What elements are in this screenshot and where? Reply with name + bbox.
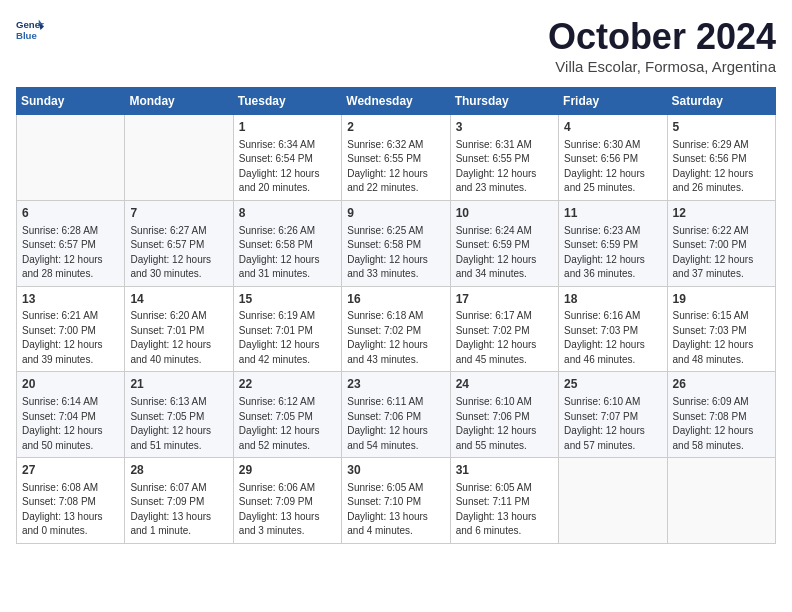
day-number: 10 xyxy=(456,205,553,222)
day-number: 4 xyxy=(564,119,661,136)
week-row-4: 27Sunrise: 6:08 AM Sunset: 7:08 PM Dayli… xyxy=(17,458,776,544)
calendar-cell: 3Sunrise: 6:31 AM Sunset: 6:55 PM Daylig… xyxy=(450,115,558,201)
day-number: 8 xyxy=(239,205,336,222)
calendar-cell: 6Sunrise: 6:28 AM Sunset: 6:57 PM Daylig… xyxy=(17,200,125,286)
day-number: 21 xyxy=(130,376,227,393)
day-info: Sunrise: 6:22 AM Sunset: 7:00 PM Dayligh… xyxy=(673,224,770,282)
calendar-cell: 30Sunrise: 6:05 AM Sunset: 7:10 PM Dayli… xyxy=(342,458,450,544)
calendar-cell: 28Sunrise: 6:07 AM Sunset: 7:09 PM Dayli… xyxy=(125,458,233,544)
logo-icon: General Blue xyxy=(16,16,44,44)
day-info: Sunrise: 6:23 AM Sunset: 6:59 PM Dayligh… xyxy=(564,224,661,282)
day-info: Sunrise: 6:25 AM Sunset: 6:58 PM Dayligh… xyxy=(347,224,444,282)
day-number: 12 xyxy=(673,205,770,222)
day-info: Sunrise: 6:21 AM Sunset: 7:00 PM Dayligh… xyxy=(22,309,119,367)
day-number: 28 xyxy=(130,462,227,479)
calendar-cell: 13Sunrise: 6:21 AM Sunset: 7:00 PM Dayli… xyxy=(17,286,125,372)
weekday-header-wednesday: Wednesday xyxy=(342,88,450,115)
day-info: Sunrise: 6:06 AM Sunset: 7:09 PM Dayligh… xyxy=(239,481,336,539)
calendar-cell xyxy=(559,458,667,544)
day-number: 13 xyxy=(22,291,119,308)
day-info: Sunrise: 6:20 AM Sunset: 7:01 PM Dayligh… xyxy=(130,309,227,367)
calendar-cell: 20Sunrise: 6:14 AM Sunset: 7:04 PM Dayli… xyxy=(17,372,125,458)
calendar-cell xyxy=(667,458,775,544)
day-info: Sunrise: 6:18 AM Sunset: 7:02 PM Dayligh… xyxy=(347,309,444,367)
calendar-cell: 1Sunrise: 6:34 AM Sunset: 6:54 PM Daylig… xyxy=(233,115,341,201)
location-title: Villa Escolar, Formosa, Argentina xyxy=(548,58,776,75)
day-info: Sunrise: 6:08 AM Sunset: 7:08 PM Dayligh… xyxy=(22,481,119,539)
calendar-cell: 29Sunrise: 6:06 AM Sunset: 7:09 PM Dayli… xyxy=(233,458,341,544)
day-number: 22 xyxy=(239,376,336,393)
calendar-cell: 14Sunrise: 6:20 AM Sunset: 7:01 PM Dayli… xyxy=(125,286,233,372)
day-number: 1 xyxy=(239,119,336,136)
day-info: Sunrise: 6:34 AM Sunset: 6:54 PM Dayligh… xyxy=(239,138,336,196)
calendar-cell: 5Sunrise: 6:29 AM Sunset: 6:56 PM Daylig… xyxy=(667,115,775,201)
week-row-2: 13Sunrise: 6:21 AM Sunset: 7:00 PM Dayli… xyxy=(17,286,776,372)
calendar-cell: 15Sunrise: 6:19 AM Sunset: 7:01 PM Dayli… xyxy=(233,286,341,372)
day-info: Sunrise: 6:05 AM Sunset: 7:11 PM Dayligh… xyxy=(456,481,553,539)
calendar-cell: 10Sunrise: 6:24 AM Sunset: 6:59 PM Dayli… xyxy=(450,200,558,286)
day-number: 17 xyxy=(456,291,553,308)
week-row-3: 20Sunrise: 6:14 AM Sunset: 7:04 PM Dayli… xyxy=(17,372,776,458)
day-info: Sunrise: 6:14 AM Sunset: 7:04 PM Dayligh… xyxy=(22,395,119,453)
day-info: Sunrise: 6:29 AM Sunset: 6:56 PM Dayligh… xyxy=(673,138,770,196)
day-info: Sunrise: 6:24 AM Sunset: 6:59 PM Dayligh… xyxy=(456,224,553,282)
day-number: 26 xyxy=(673,376,770,393)
day-number: 5 xyxy=(673,119,770,136)
day-number: 23 xyxy=(347,376,444,393)
day-number: 16 xyxy=(347,291,444,308)
day-number: 25 xyxy=(564,376,661,393)
day-number: 29 xyxy=(239,462,336,479)
day-number: 24 xyxy=(456,376,553,393)
calendar-cell xyxy=(17,115,125,201)
day-number: 18 xyxy=(564,291,661,308)
calendar-cell xyxy=(125,115,233,201)
day-number: 30 xyxy=(347,462,444,479)
calendar-cell: 22Sunrise: 6:12 AM Sunset: 7:05 PM Dayli… xyxy=(233,372,341,458)
calendar-cell: 2Sunrise: 6:32 AM Sunset: 6:55 PM Daylig… xyxy=(342,115,450,201)
weekday-header-friday: Friday xyxy=(559,88,667,115)
calendar-cell: 17Sunrise: 6:17 AM Sunset: 7:02 PM Dayli… xyxy=(450,286,558,372)
calendar-table: SundayMondayTuesdayWednesdayThursdayFrid… xyxy=(16,87,776,544)
calendar-cell: 21Sunrise: 6:13 AM Sunset: 7:05 PM Dayli… xyxy=(125,372,233,458)
calendar-cell: 9Sunrise: 6:25 AM Sunset: 6:58 PM Daylig… xyxy=(342,200,450,286)
calendar-cell: 27Sunrise: 6:08 AM Sunset: 7:08 PM Dayli… xyxy=(17,458,125,544)
svg-text:Blue: Blue xyxy=(16,30,37,41)
week-row-1: 6Sunrise: 6:28 AM Sunset: 6:57 PM Daylig… xyxy=(17,200,776,286)
calendar-cell: 12Sunrise: 6:22 AM Sunset: 7:00 PM Dayli… xyxy=(667,200,775,286)
day-info: Sunrise: 6:19 AM Sunset: 7:01 PM Dayligh… xyxy=(239,309,336,367)
day-number: 19 xyxy=(673,291,770,308)
calendar-cell: 4Sunrise: 6:30 AM Sunset: 6:56 PM Daylig… xyxy=(559,115,667,201)
day-info: Sunrise: 6:15 AM Sunset: 7:03 PM Dayligh… xyxy=(673,309,770,367)
day-info: Sunrise: 6:05 AM Sunset: 7:10 PM Dayligh… xyxy=(347,481,444,539)
calendar-cell: 24Sunrise: 6:10 AM Sunset: 7:06 PM Dayli… xyxy=(450,372,558,458)
calendar-cell: 26Sunrise: 6:09 AM Sunset: 7:08 PM Dayli… xyxy=(667,372,775,458)
day-number: 7 xyxy=(130,205,227,222)
calendar-cell: 31Sunrise: 6:05 AM Sunset: 7:11 PM Dayli… xyxy=(450,458,558,544)
day-info: Sunrise: 6:13 AM Sunset: 7:05 PM Dayligh… xyxy=(130,395,227,453)
calendar-cell: 19Sunrise: 6:15 AM Sunset: 7:03 PM Dayli… xyxy=(667,286,775,372)
day-info: Sunrise: 6:11 AM Sunset: 7:06 PM Dayligh… xyxy=(347,395,444,453)
day-info: Sunrise: 6:32 AM Sunset: 6:55 PM Dayligh… xyxy=(347,138,444,196)
day-number: 11 xyxy=(564,205,661,222)
title-area: October 2024 Villa Escolar, Formosa, Arg… xyxy=(548,16,776,75)
day-info: Sunrise: 6:12 AM Sunset: 7:05 PM Dayligh… xyxy=(239,395,336,453)
day-number: 20 xyxy=(22,376,119,393)
day-info: Sunrise: 6:10 AM Sunset: 7:06 PM Dayligh… xyxy=(456,395,553,453)
day-info: Sunrise: 6:10 AM Sunset: 7:07 PM Dayligh… xyxy=(564,395,661,453)
day-info: Sunrise: 6:09 AM Sunset: 7:08 PM Dayligh… xyxy=(673,395,770,453)
calendar-cell: 16Sunrise: 6:18 AM Sunset: 7:02 PM Dayli… xyxy=(342,286,450,372)
day-info: Sunrise: 6:31 AM Sunset: 6:55 PM Dayligh… xyxy=(456,138,553,196)
day-info: Sunrise: 6:16 AM Sunset: 7:03 PM Dayligh… xyxy=(564,309,661,367)
day-info: Sunrise: 6:30 AM Sunset: 6:56 PM Dayligh… xyxy=(564,138,661,196)
weekday-header-saturday: Saturday xyxy=(667,88,775,115)
month-title: October 2024 xyxy=(548,16,776,58)
weekday-header-sunday: Sunday xyxy=(17,88,125,115)
day-info: Sunrise: 6:28 AM Sunset: 6:57 PM Dayligh… xyxy=(22,224,119,282)
day-info: Sunrise: 6:27 AM Sunset: 6:57 PM Dayligh… xyxy=(130,224,227,282)
calendar-cell: 25Sunrise: 6:10 AM Sunset: 7:07 PM Dayli… xyxy=(559,372,667,458)
day-number: 3 xyxy=(456,119,553,136)
weekday-header-tuesday: Tuesday xyxy=(233,88,341,115)
calendar-cell: 23Sunrise: 6:11 AM Sunset: 7:06 PM Dayli… xyxy=(342,372,450,458)
day-number: 31 xyxy=(456,462,553,479)
day-number: 2 xyxy=(347,119,444,136)
